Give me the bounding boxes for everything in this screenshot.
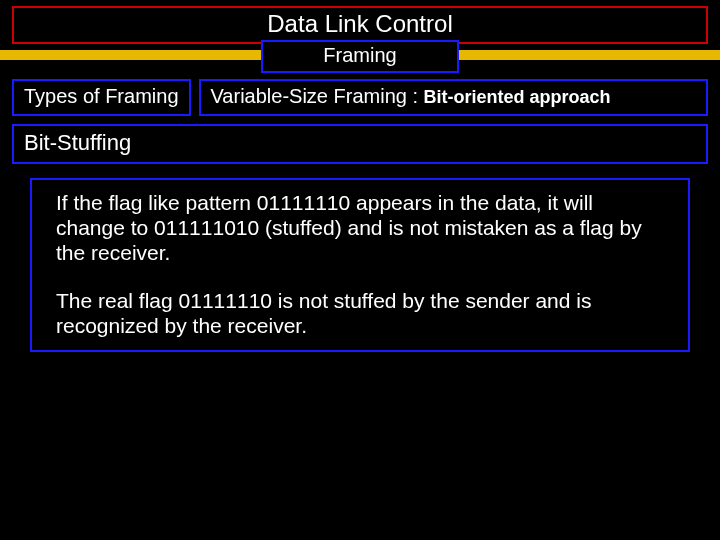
variable-prefix: Variable-Size Framing : [211,85,424,107]
variable-bold: Bit-oriented approach [424,87,611,107]
paragraph-1: If the flag like pattern 01111110 appear… [56,190,664,266]
slide-title: Data Link Control [12,6,708,44]
variable-size-framing-label: Variable-Size Framing : Bit-oriented app… [199,79,708,116]
framing-heading: Framing [261,40,458,73]
body-text: If the flag like pattern 01111110 appear… [30,178,690,352]
bit-stuffing-heading: Bit-Stuffing [12,124,708,164]
types-of-framing-label: Types of Framing [12,79,191,116]
paragraph-2: The real flag 01111110 is not stuffed by… [56,288,664,338]
